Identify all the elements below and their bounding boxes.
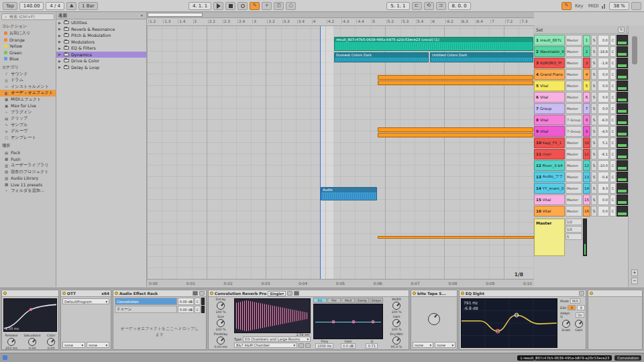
- master-solo[interactable]: S: [566, 233, 582, 240]
- device-header[interactable]: Audio Effect Rack: [113, 290, 206, 297]
- solo-button[interactable]: S: [591, 126, 597, 137]
- collections-header[interactable]: コレクション: [0, 21, 56, 30]
- categories-header[interactable]: カテゴリ: [0, 62, 56, 71]
- track-io-select[interactable]: Master: [566, 69, 582, 80]
- search-input[interactable]: ⌕ 検索 (Ctrl+F): [1, 13, 54, 20]
- track-io-select[interactable]: Master: [566, 194, 582, 205]
- tape-main-knob[interactable]: [428, 313, 440, 325]
- track-header[interactable]: 10Kagi_FX_1: [534, 137, 565, 148]
- routing-select[interactable]: none▾: [435, 342, 455, 348]
- volume-value[interactable]: 0.0: [598, 80, 609, 91]
- track-io-select[interactable]: Master: [566, 149, 582, 160]
- chain-name[interactable]: チェーン: [115, 306, 177, 313]
- track-header[interactable]: 7Group: [534, 103, 565, 114]
- device-header[interactable]: [588, 290, 642, 297]
- cue-io-select[interactable]: 1/2: [566, 226, 582, 233]
- record-button[interactable]: [237, 2, 248, 10]
- device-on-toggle[interactable]: [413, 292, 416, 295]
- track-header[interactable]: 16Vital: [534, 206, 565, 217]
- track-io-select[interactable]: 7-Group: [566, 126, 582, 137]
- volume-value[interactable]: 0.0: [598, 206, 609, 217]
- conv-output-knob[interactable]: Dry/Wet95.0 %: [384, 333, 409, 349]
- solo-button[interactable]: S: [591, 172, 597, 182]
- arrangement-clip[interactable]: [378, 133, 533, 137]
- eq-node[interactable]: [352, 320, 356, 323]
- eq8-adaptq-toggle[interactable]: On: [576, 312, 584, 318]
- track-activator[interactable]: 12: [583, 160, 590, 171]
- pencil-icon[interactable]: ✎: [618, 27, 625, 33]
- punch-in-button[interactable]: ⊏: [412, 2, 422, 10]
- conv-eq-tab[interactable]: EQ: [313, 298, 327, 303]
- compressor-knob[interactable]: Color0.00: [47, 334, 56, 350]
- track-activator[interactable]: 8: [583, 115, 590, 125]
- volume-value[interactable]: 0.0: [598, 69, 609, 80]
- expand-caret-icon[interactable]: ▶: [58, 65, 62, 69]
- track-header[interactable]: 15Vital: [534, 194, 565, 205]
- volume-value[interactable]: -6.1: [598, 149, 609, 160]
- eq8-band-select[interactable]: 8: [577, 305, 585, 310]
- eq8-mode-select[interactable]: M/S: [570, 298, 580, 304]
- conv-knob[interactable]: Decay100 %: [209, 298, 233, 314]
- solo-button[interactable]: S: [591, 80, 597, 91]
- track-activator[interactable]: 7: [583, 103, 590, 114]
- draw-automation-button[interactable]: ✎: [561, 2, 572, 10]
- volume-value[interactable]: 0.0: [598, 103, 609, 114]
- device-folder-item[interactable]: ▶Utilities: [56, 19, 146, 26]
- draw-mode-button[interactable]: ✎: [250, 2, 260, 10]
- track-header[interactable]: 1result_807c: [534, 35, 565, 46]
- compressor-knob-knob[interactable]: [7, 338, 15, 346]
- track-activator[interactable]: 13: [583, 172, 590, 182]
- collection-item[interactable]: お気に入り: [0, 30, 56, 37]
- chain-volume[interactable]: 0.00 dB: [178, 306, 194, 313]
- ir-file-select[interactable]: B&7 A&M Chamber ▾: [234, 343, 297, 348]
- track-header[interactable]: 3KURORO_Pf: [534, 58, 565, 68]
- category-item[interactable]: ⌁プラグイン: [0, 109, 56, 116]
- conv-knob-knob[interactable]: [217, 337, 225, 345]
- pan-value[interactable]: C: [610, 183, 616, 194]
- arrangement-clip[interactable]: [378, 236, 534, 239]
- track-activator[interactable]: 4: [583, 69, 590, 80]
- place-item[interactable]: ▥ユーザーライブラリ: [0, 162, 56, 169]
- time-ruler-seconds[interactable]: 0:000:010:020:030:040:050:060:070:080:09…: [147, 279, 534, 287]
- compressor-knob-knob[interactable]: [47, 338, 55, 346]
- track-activator[interactable]: 2: [583, 46, 590, 57]
- solo-button[interactable]: S: [591, 69, 597, 80]
- track-io-select[interactable]: Master: [566, 80, 582, 91]
- pan-value[interactable]: C: [610, 80, 616, 91]
- expand-caret-icon[interactable]: ▶: [58, 52, 62, 56]
- vertical-scrollbar[interactable]: + −: [628, 25, 644, 287]
- pan-value[interactable]: C: [610, 172, 616, 182]
- solo-button[interactable]: S: [591, 183, 597, 194]
- track-activator[interactable]: 10: [583, 137, 590, 148]
- device-header[interactable]: OTT x64: [61, 290, 111, 297]
- device-folder-item[interactable]: ▶Modulators: [56, 39, 146, 46]
- category-item[interactable]: ≋グルーヴ: [0, 128, 56, 135]
- pan-value[interactable]: C: [610, 103, 616, 114]
- pan-value[interactable]: C: [610, 126, 616, 137]
- conv-knob[interactable]: Size100 %: [209, 315, 233, 332]
- rack-chain-row[interactable]: チェーン0.00 dBC: [115, 306, 205, 313]
- quantize-menu[interactable]: 1 Bar: [78, 2, 98, 10]
- zoom-in-button[interactable]: +: [631, 269, 638, 276]
- volume-value[interactable]: -1.6: [598, 58, 609, 68]
- arrangement-clip[interactable]: [378, 75, 533, 80]
- conv-header-button-a[interactable]: [287, 291, 292, 296]
- track-header[interactable]: 5Vital: [534, 80, 565, 91]
- track-io-select[interactable]: Master: [566, 58, 582, 68]
- tempo-display[interactable]: 140.00: [19, 2, 44, 10]
- arrangement-position[interactable]: 4. 1. 1: [189, 2, 211, 10]
- track-activator[interactable]: 6: [583, 92, 590, 103]
- arrangement-clip[interactable]: [378, 127, 533, 132]
- track-io-select[interactable]: 7-Group: [566, 115, 582, 125]
- category-item[interactable]: ♪サウンド: [0, 71, 56, 78]
- device-folder-item[interactable]: ▶Reverb & Resonance: [56, 26, 146, 33]
- place-item[interactable]: ▤Pack: [0, 149, 56, 156]
- solo-button[interactable]: S: [591, 103, 597, 114]
- solo-button[interactable]: S: [591, 137, 597, 148]
- eq8-gain-knob[interactable]: [575, 320, 583, 328]
- arrangement-clip[interactable]: result_807c47b5-0639-495a-b975-a20c53ece…: [334, 37, 533, 51]
- grid-quantize-label[interactable]: 1/8: [515, 272, 523, 278]
- automation-arm-button[interactable]: ◫: [274, 2, 284, 10]
- track-activator[interactable]: 15: [583, 194, 590, 205]
- eq8-scale-knob[interactable]: [562, 320, 570, 328]
